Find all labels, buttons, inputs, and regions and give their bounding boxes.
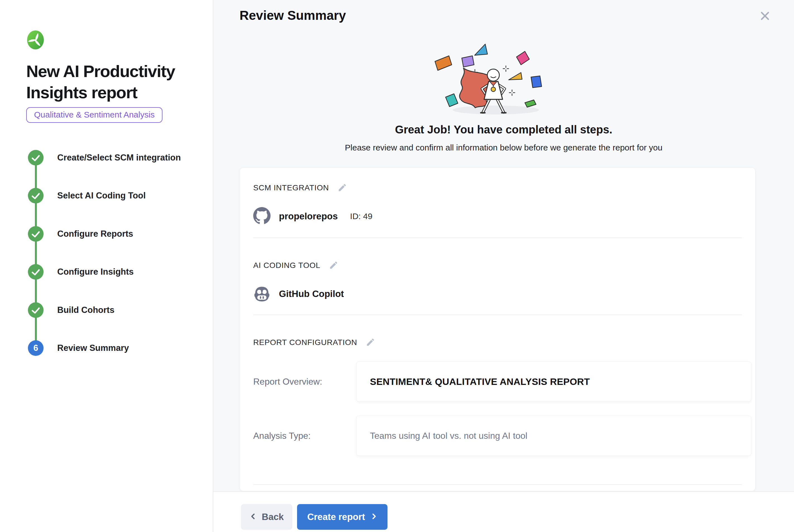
scm-integration-item: propelorepos ID: 49 — [253, 207, 373, 225]
step-create-select-scm[interactable]: Create/Select SCM integration — [28, 150, 181, 166]
check-icon — [28, 302, 43, 318]
check-icon — [28, 264, 43, 280]
back-button-label: Back — [262, 512, 284, 522]
report-configuration-section-header: REPORT CONFIGURATION — [253, 338, 376, 347]
edit-pencil-icon[interactable] — [365, 338, 376, 347]
check-icon — [28, 226, 43, 242]
report-configuration-label: REPORT CONFIGURATION — [253, 338, 357, 347]
analysis-type-value: Teams using AI tool vs. not using AI too… — [356, 416, 751, 456]
scm-integration-id: ID: 49 — [350, 212, 373, 221]
report-overview-label: Report Overview: — [253, 361, 322, 402]
section-divider — [253, 315, 742, 315]
create-report-button-label: Create report — [307, 512, 365, 522]
scm-integration-section-header: SCM INTEGRATION — [253, 183, 347, 193]
edit-pencil-icon[interactable] — [337, 183, 347, 193]
edit-pencil-icon[interactable] — [328, 261, 339, 270]
chevron-right-icon — [370, 512, 377, 522]
step-select-ai-tool[interactable]: Select AI Coding Tool — [28, 188, 146, 204]
create-report-button[interactable]: Create report — [297, 504, 387, 530]
step-review-summary[interactable]: 6 Review Summary — [28, 340, 129, 356]
step-number-badge: 6 — [28, 340, 43, 356]
github-icon — [253, 207, 270, 226]
ai-coding-tool-label: AI CODING TOOL — [253, 261, 320, 270]
report-overview-value: SENTIMENT& QUALITATIVE ANALYSIS REPORT — [356, 361, 751, 402]
wizard-title: New AI Productivity Insights report — [26, 61, 188, 103]
step-label: Configure Insights — [57, 267, 134, 277]
analysis-type-badge: Qualitative & Sentiment Analysis — [26, 107, 163, 123]
step-label: Review Summary — [57, 343, 129, 353]
stepper-connector — [35, 158, 37, 348]
section-divider — [253, 484, 742, 485]
summary-card: SCM INTEGRATION propelorepos ID: 49 AI C… — [240, 168, 755, 491]
check-icon — [28, 188, 43, 204]
step-label: Create/Select SCM integration — [57, 153, 181, 163]
copilot-icon — [253, 285, 270, 303]
ai-coding-tool-item: GitHub Copilot — [253, 285, 344, 303]
ai-coding-tool-name: GitHub Copilot — [279, 289, 344, 299]
analysis-type-label: Analysis Type: — [253, 416, 311, 456]
scm-integration-name: propelorepos — [279, 211, 338, 222]
section-divider — [253, 238, 742, 238]
step-configure-reports[interactable]: Configure Reports — [28, 226, 133, 242]
propeller-logo-icon — [27, 30, 44, 51]
congrats-subheading: Please review and confirm all informatio… — [213, 143, 794, 152]
congrats-heading: Great Job! You have completed all steps. — [213, 124, 794, 136]
analysis-type-row: Analysis Type: Teams using AI tool vs. n… — [240, 416, 755, 456]
superhero-confetti-illustration — [423, 40, 585, 122]
step-build-cohorts[interactable]: Build Cohorts — [28, 302, 114, 318]
step-label: Build Cohorts — [57, 305, 114, 315]
report-overview-row: Report Overview: SENTIMENT& QUALITATIVE … — [240, 361, 755, 402]
close-icon[interactable] — [758, 10, 772, 23]
back-button[interactable]: Back — [241, 504, 292, 530]
check-icon — [28, 150, 43, 166]
wizard-sidebar: New AI Productivity Insights report Qual… — [0, 0, 213, 532]
step-label: Configure Reports — [57, 229, 133, 239]
wizard-footer: Back Create report — [213, 491, 794, 532]
chevron-left-icon — [250, 512, 257, 522]
review-summary-panel: Review Summary — [213, 0, 794, 532]
ai-coding-tool-section-header: AI CODING TOOL — [253, 261, 339, 270]
page-title: Review Summary — [240, 8, 346, 23]
scm-integration-label: SCM INTEGRATION — [253, 183, 329, 192]
step-label: Select AI Coding Tool — [57, 191, 146, 201]
step-configure-insights[interactable]: Configure Insights — [28, 264, 134, 280]
